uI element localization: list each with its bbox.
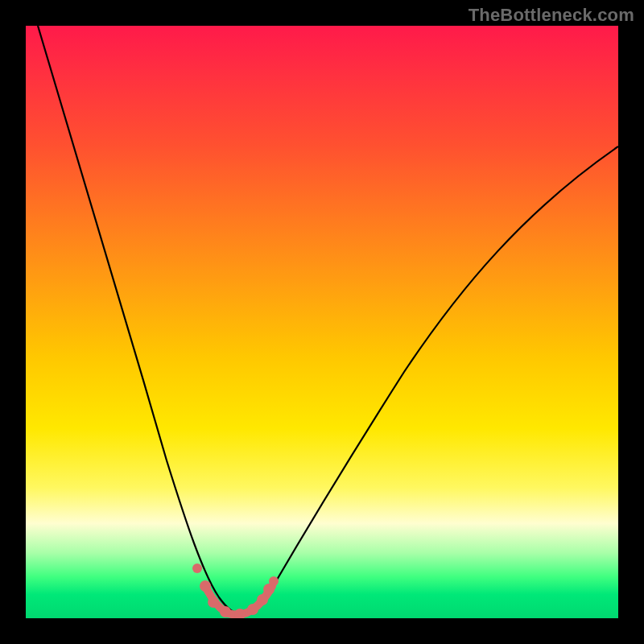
highlight-marker: [200, 580, 211, 592]
plot-area: [26, 26, 618, 618]
chart-container: TheBottleneck.com: [0, 0, 644, 644]
highlight-marker: [220, 606, 231, 617]
highlight-marker: [257, 594, 268, 605]
highlight-marker: [192, 564, 202, 573]
highlight-marker: [247, 604, 258, 615]
chart-svg: [26, 26, 618, 618]
watermark-text: TheBottleneck.com: [469, 5, 634, 26]
highlight-marker: [269, 576, 279, 586]
bottleneck-curve-path: [38, 26, 618, 614]
highlight-marker: [208, 597, 219, 608]
